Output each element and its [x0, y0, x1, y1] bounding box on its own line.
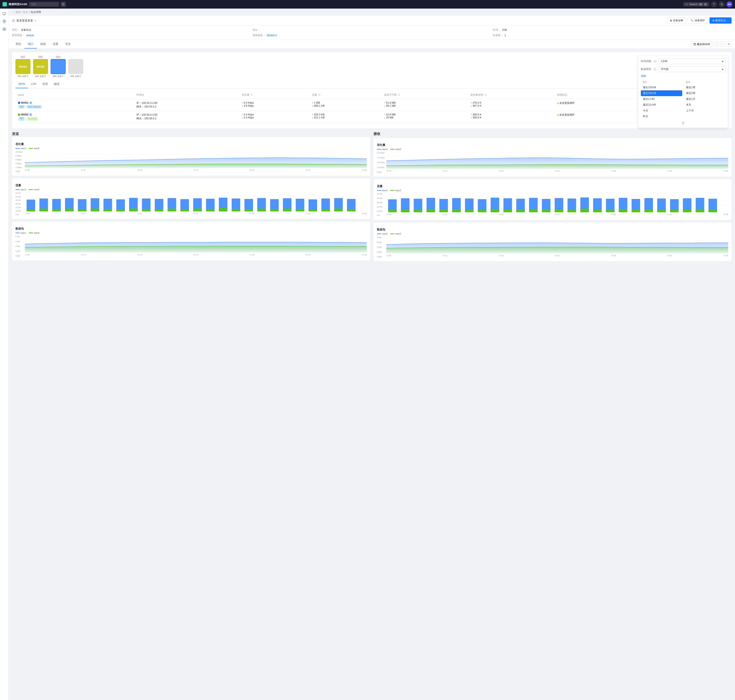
cell-wan2-packets: ↑ 358.5 K ↓ 358.6 K — [468, 111, 554, 123]
maintain-button[interactable]: 🔧 设备维护 — [688, 18, 708, 24]
dropdown-arrow[interactable]: ▾ — [35, 19, 36, 22]
sub-tab-wan[interactable]: WAN — [15, 81, 28, 88]
svg-rect-120 — [478, 210, 487, 212]
data-type-row: 数据类型 平均值 ▾ — [641, 66, 725, 72]
option-lastmonth[interactable]: 上个月 — [684, 108, 725, 113]
diagnose-button[interactable]: 🖥 设备诊断 — [667, 18, 686, 24]
search-kbd1: ⌘ — [699, 3, 703, 6]
spec-row: 规格模板： NE900-4 — [253, 34, 491, 37]
option-thismonth[interactable]: 本月 — [684, 102, 725, 108]
help-icon[interactable]: ? — [711, 1, 717, 7]
svg-rect-108 — [401, 209, 410, 212]
sidebar-settings-icon[interactable] — [1, 26, 8, 32]
back-button[interactable]: ← — [12, 11, 15, 14]
table-header-row: WAN IP地址 吞吐量 ⇅ 流量 ⇅ 收发字节数 ⇅ 收发数据包 ⇅ 探测状态… — [15, 91, 728, 99]
config-more-icon: ··· — [727, 19, 729, 22]
recv-throughput-chart: 9.6 Kbps 7.2 Kbps 4.8 Kbps 2.4 Kbps 0 bp… — [377, 152, 728, 173]
svg-rect-112 — [426, 209, 435, 212]
global-search-bar[interactable]: Search ⌘ K — [683, 2, 709, 6]
page-header-left: 某某某某某某 ▾ — [12, 19, 36, 22]
time-interval-select[interactable]: 1分钟 ▾ — [659, 58, 725, 64]
lock-icon — [12, 19, 15, 22]
svg-rect-50 — [103, 209, 112, 211]
send-throughput-area: 17:06 17:11 17:16 17:21 17:26 17:31 17:3… — [25, 151, 367, 172]
refresh-button[interactable]: ↻ — [726, 42, 732, 47]
calendar-icon-btn[interactable]: 最近30分钟 — [691, 41, 712, 47]
prev-time-button[interactable]: ‹ — [713, 42, 719, 47]
port-box-ge2[interactable]: WAN1 — [33, 59, 48, 74]
svg-rect-46 — [78, 209, 87, 211]
globe-icon — [29, 101, 32, 104]
config-button[interactable]: ⚙ 配置站点 ··· — [710, 18, 732, 24]
sub-tabs: WAN LAN 管理 物理 — [15, 81, 728, 88]
tab-system[interactable]: 系统 — [12, 40, 25, 49]
legend-pkt-wan2: wan2 — [29, 232, 40, 234]
tab-link[interactable]: 链路 — [37, 40, 49, 49]
recv-flow-xaxis: 17:06 17:11 17:16 17:21 17:26 17:31 17:3… — [387, 213, 728, 215]
tab-port[interactable]: 端口 — [25, 40, 37, 49]
option-12h[interactable]: 最近12小时 — [641, 102, 682, 108]
option-1week[interactable]: 最近1周 — [684, 85, 725, 90]
option-today[interactable]: 今日 — [641, 108, 682, 113]
page-header-actions: 🖥 设备诊断 🔧 设备维护 ⚙ 配置站点 ··· — [667, 18, 732, 24]
option-30min[interactable]: 最近30分钟 — [641, 90, 682, 96]
sidebar-monitor-icon[interactable] — [1, 10, 8, 17]
page-header: 某某某某某某 ▾ 🖥 设备诊断 🔧 设备维护 ⚙ 配置站点 ··· — [9, 16, 735, 25]
clear-button[interactable]: 清除 — [641, 74, 725, 78]
send-flow-legend: wan1 wan2 — [15, 188, 367, 191]
option-2weeks[interactable]: 最近2周 — [684, 90, 725, 96]
port-box-ge1[interactable]: WAN2 — [15, 59, 31, 74]
wan1-dot — [18, 102, 20, 104]
sidebar-location-icon[interactable] — [1, 18, 8, 25]
svg-line-1 — [64, 5, 65, 5]
tag-nova-internet: Nova Internet — [26, 105, 42, 108]
send-flow-title: 流量 — [15, 184, 367, 187]
svg-rect-62 — [181, 209, 189, 211]
send-throughput-legend: wan1 wan2 — [15, 147, 367, 150]
info-icon — [654, 60, 656, 63]
option-15min[interactable]: 最近15分钟 — [641, 85, 682, 90]
port-box-ge4[interactable] — [68, 59, 83, 74]
col-flow: 流量 ⇅ — [309, 91, 381, 99]
next-time-button[interactable]: › — [720, 42, 725, 47]
chart-icon[interactable] — [719, 1, 725, 7]
tab-security[interactable]: 安全 — [62, 40, 74, 49]
svg-point-7 — [4, 21, 5, 22]
svg-rect-56 — [142, 209, 151, 211]
nav-search-input[interactable] — [29, 2, 59, 7]
send-packets-legend: wan1 wan2 — [15, 232, 367, 234]
svg-rect-84 — [321, 209, 330, 211]
svg-rect-40 — [40, 209, 48, 211]
logo-icon — [3, 2, 7, 6]
user-avatar[interactable]: AD — [726, 1, 732, 7]
tabs-bar: 系统 端口 链路 流量 安全 最近30分钟 ‹ › ↻ — [9, 40, 735, 49]
recv-throughput-card: 吞吐量 wan1 wan2 9.6 Kbps — [373, 138, 732, 176]
recent-col: 最近 最近15分钟 最近30分钟 最近1小时 最近12小时 今日 昨日 — [641, 79, 682, 119]
sub-tab-lan[interactable]: LAN — [28, 81, 39, 88]
port-ge1: GE1 WAN2 10G 全双工 — [15, 56, 31, 78]
tag-nova-special: Nova专线 — [26, 117, 38, 121]
send-packets-card: 数据包 wan1 wan2 8 pps — [12, 222, 370, 260]
port-box-ge3[interactable] — [51, 59, 66, 74]
recv-legend-flow-wan2: wan2 — [390, 189, 401, 192]
sub-tab-physical[interactable]: 物理 — [51, 81, 62, 88]
nav-search-button[interactable] — [61, 2, 66, 7]
option-yesterday[interactable]: 昨日 — [641, 113, 682, 119]
svg-rect-54 — [129, 208, 138, 211]
tab-flow[interactable]: 流量 — [49, 40, 62, 49]
option-1month[interactable]: 最近1月 — [684, 96, 725, 102]
gear-icon: ⚙ — [712, 19, 714, 22]
filter-icon[interactable]: ▽ — [682, 121, 684, 125]
tag-ge2: GE2 — [18, 105, 25, 108]
sub-tab-management[interactable]: 管理 — [39, 81, 51, 88]
breadcrumb: ← 监控 / 站点 / 站点详情 — [9, 9, 735, 16]
recv-column: 接收 吞吐量 wan1 wan2 — [373, 132, 732, 261]
recv-pkt-yaxis: 8 pps 6 pps 4 pps 2 pps 0 pps — [377, 236, 387, 258]
data-type-select[interactable]: 平均值 ▾ — [659, 66, 725, 72]
tabs-left: 系统 端口 链路 流量 安全 — [12, 40, 74, 49]
recv-title: 接收 — [373, 132, 732, 136]
wan2-dot — [18, 113, 20, 116]
option-1h[interactable]: 最近1小时 — [641, 96, 682, 102]
recv-legend-pkt-wan2: wan2 — [390, 232, 401, 235]
svg-rect-9 — [12, 21, 15, 22]
